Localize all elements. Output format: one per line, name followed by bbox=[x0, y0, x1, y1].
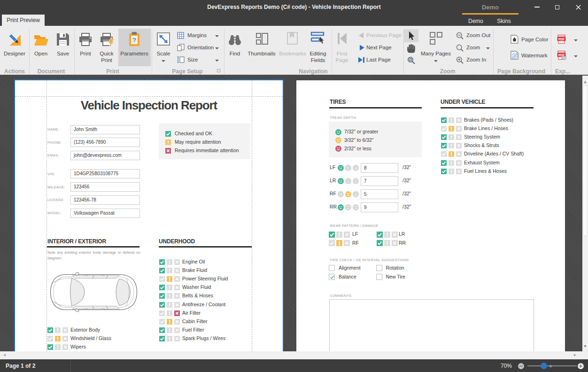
svg-text:PDF: PDF bbox=[558, 38, 565, 41]
svg-text:?: ? bbox=[132, 37, 136, 44]
